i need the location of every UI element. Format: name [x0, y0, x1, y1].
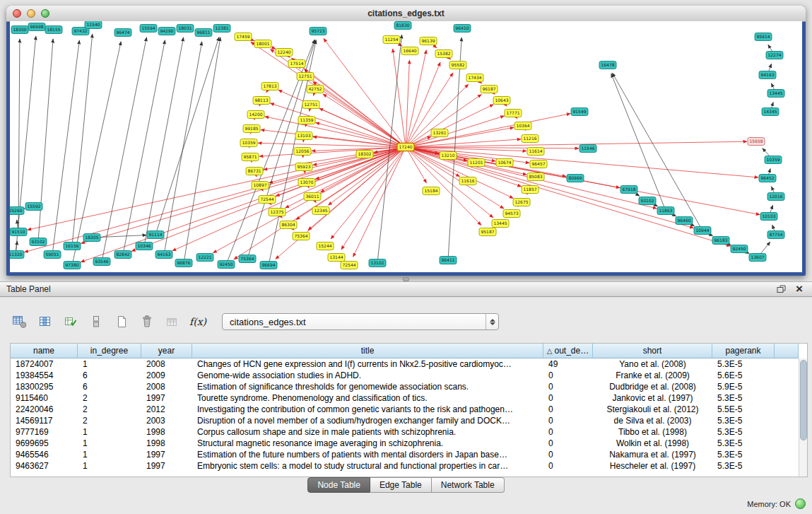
network-node[interactable]: 93102	[639, 197, 656, 205]
network-node[interactable]: 15184	[423, 187, 440, 195]
network-node[interactable]: 15594	[140, 25, 157, 33]
network-node[interactable]: 96460	[676, 217, 693, 225]
network-node[interactable]: 12751	[297, 73, 314, 81]
network-node[interactable]: 95923	[295, 163, 312, 171]
network-node[interactable]: 92450	[731, 245, 748, 253]
network-node[interactable]: 96474	[114, 29, 131, 37]
network-node[interactable]: 13445	[767, 90, 784, 98]
network-node[interactable]: 17240	[397, 144, 414, 151]
import-table-icon[interactable]	[163, 312, 182, 332]
network-node[interactable]: 13144	[328, 254, 345, 262]
network-node[interactable]: 91549	[571, 108, 588, 116]
vertical-scrollbar[interactable]	[799, 358, 807, 477]
network-node[interactable]: 81830	[394, 22, 411, 30]
network-node[interactable]: 96452	[759, 175, 776, 182]
network-node[interactable]: 82842	[114, 251, 131, 259]
network-node[interactable]: 13070	[298, 179, 315, 187]
network-node[interactable]: 95723	[310, 28, 326, 35]
network-node[interactable]: 12381	[213, 25, 230, 33]
network-node[interactable]: 72544	[259, 196, 276, 204]
column-header-short[interactable]: short	[593, 344, 712, 358]
table-row[interactable]: 1830029562008Estimation of significance …	[11, 381, 807, 392]
column-header-title[interactable]: title	[192, 344, 543, 358]
table-row[interactable]: 969969511998Structural magnetic resonanc…	[11, 438, 807, 449]
network-node[interactable]: 17459	[235, 33, 252, 41]
network-node[interactable]: 16156	[64, 243, 81, 250]
network-node[interactable]: 12751	[302, 101, 319, 109]
table-row[interactable]: 1938455462009Genome-wide association stu…	[11, 370, 807, 381]
network-node[interactable]: 80969	[567, 175, 584, 182]
network-node[interactable]: 11546	[579, 145, 596, 153]
network-node[interactable]: 94163	[155, 251, 172, 259]
network-node[interactable]: 96998	[28, 23, 45, 31]
network-node[interactable]: 96457	[530, 160, 547, 168]
network-node[interactable]: 12675	[513, 199, 530, 206]
network-node[interactable]: 13210	[440, 152, 457, 160]
network-node[interactable]: 87754	[767, 231, 784, 239]
table-row[interactable]: 946554611997Estimation of the future num…	[11, 449, 807, 460]
new-file-icon[interactable]	[112, 312, 131, 332]
network-node[interactable]: 98113	[253, 97, 270, 105]
network-node[interactable]: 18302	[356, 151, 373, 158]
network-node[interactable]: 11216	[522, 135, 539, 143]
table-row[interactable]: 1456911722003Disruption of a novel membe…	[11, 415, 807, 426]
network-node[interactable]: 96187	[481, 86, 498, 93]
network-node[interactable]: 93102	[30, 238, 47, 246]
network-node[interactable]: 13102	[369, 259, 386, 267]
network-node[interactable]: 17434	[466, 74, 483, 82]
tab-network-table[interactable]: Network Table	[432, 477, 505, 493]
function-builder-icon[interactable]: f(x)	[188, 312, 208, 332]
network-node[interactable]: 96411	[440, 257, 457, 264]
network-node[interactable]: 18305	[83, 234, 100, 242]
column-header-out_de[interactable]: △out_de…	[543, 344, 593, 358]
minimize-button[interactable]	[27, 9, 35, 18]
network-node[interactable]: 11863	[657, 207, 674, 215]
float-panel-icon[interactable]	[775, 284, 787, 295]
network-node[interactable]: 96183	[712, 237, 729, 245]
create-column-icon[interactable]	[61, 312, 81, 332]
network-node[interactable]: 99185	[243, 125, 260, 133]
network-node[interactable]: 95187	[479, 228, 496, 236]
network-node[interactable]: 17514	[288, 60, 305, 68]
network-node[interactable]: 96410	[454, 25, 471, 33]
network-node[interactable]: 12345	[312, 207, 329, 215]
network-node[interactable]: 94573	[503, 210, 520, 218]
table-row[interactable]: 911546021997Tourette syndrome. Phenomeno…	[11, 392, 807, 404]
network-node[interactable]: 85083	[527, 173, 544, 181]
network-node[interactable]: 96811	[195, 29, 212, 37]
column-header-in_degree[interactable]: in_degree	[78, 344, 141, 358]
network-node[interactable]: 10359	[765, 156, 782, 164]
network-node[interactable]: 12240	[276, 49, 293, 57]
delete-icon[interactable]	[137, 312, 157, 332]
network-node[interactable]: 86304	[280, 221, 297, 229]
network-node[interactable]: 15244	[317, 243, 334, 250]
network-node[interactable]: 18300	[11, 26, 28, 34]
network-node[interactable]: 36011	[304, 193, 321, 201]
network-node[interactable]: 16640	[401, 47, 418, 55]
network-node[interactable]: 72544	[341, 262, 358, 269]
rows-icon[interactable]	[86, 312, 106, 332]
network-node[interactable]: 17813	[261, 83, 278, 90]
network-node[interactable]: 18155	[45, 26, 62, 34]
network-node[interactable]: 11616	[459, 177, 476, 185]
network-node[interactable]: 92450	[218, 261, 235, 269]
network-node[interactable]: 17771	[505, 110, 522, 117]
network-node[interactable]: 12056	[294, 148, 311, 156]
network-node[interactable]: 10944	[694, 227, 711, 235]
network-node[interactable]: 10364	[514, 122, 531, 130]
network-node[interactable]: 10643	[493, 97, 510, 105]
network-node[interactable]: 10359	[240, 139, 257, 147]
network-node[interactable]: 11320	[10, 251, 24, 259]
network-node[interactable]: 13261	[431, 129, 448, 137]
network-node[interactable]: 95582	[449, 62, 466, 69]
network-node[interactable]: 10103	[760, 213, 777, 221]
network-node[interactable]: 96876	[175, 259, 192, 267]
close-button[interactable]	[13, 9, 21, 18]
network-node[interactable]: 12375	[269, 209, 286, 216]
network-node[interactable]: 11540	[85, 21, 102, 29]
table-row[interactable]: 2242004622012Investigating the contribut…	[11, 404, 807, 415]
network-node[interactable]: 95871	[242, 153, 259, 161]
network-node[interactable]: 10346	[136, 243, 153, 250]
network-node[interactable]: 94163	[759, 71, 776, 79]
network-node[interactable]: 15958	[748, 138, 765, 146]
